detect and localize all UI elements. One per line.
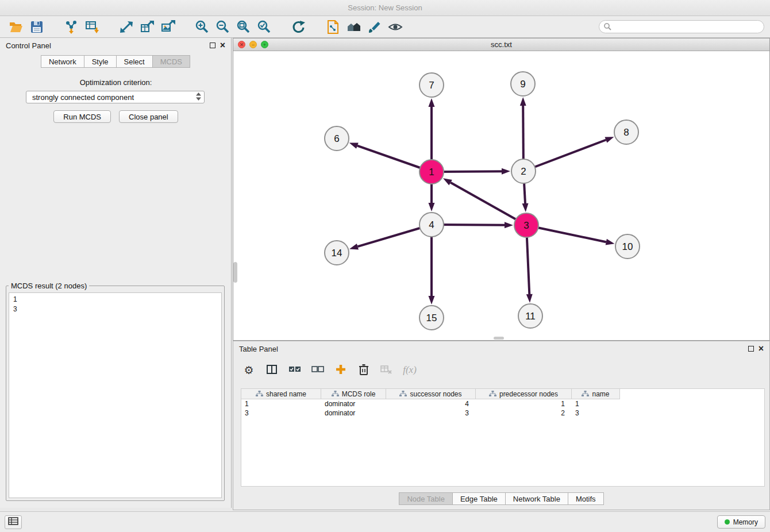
zoom-out-button[interactable]	[213, 18, 233, 36]
tab-network-table[interactable]: Network Table	[506, 492, 568, 505]
zoom-in-button[interactable]	[192, 18, 213, 36]
minimize-window-button[interactable]: −	[249, 41, 257, 48]
graph-node-7[interactable]: 7	[419, 73, 444, 97]
table-panel: Table Panel × ⚙ f(x) shared nameMCDS rol…	[233, 341, 770, 510]
graph-node-9[interactable]: 9	[511, 72, 535, 96]
eye-icon	[388, 20, 403, 34]
column-type-icon	[399, 391, 407, 397]
preferred-layout-button[interactable]	[344, 18, 364, 36]
memory-status-dot	[725, 519, 730, 525]
column-type-icon	[489, 391, 496, 397]
import-table-icon	[84, 20, 99, 34]
column-header-shared-name[interactable]: shared name	[241, 389, 321, 399]
table-cell: 2	[476, 408, 572, 418]
tab-style[interactable]: Style	[84, 55, 117, 68]
tab-edge-table[interactable]: Edge Table	[453, 492, 506, 505]
tab-node-table[interactable]: Node Table	[399, 492, 453, 505]
graph-edge-3-10[interactable]	[526, 225, 615, 245]
search-field-wrap	[599, 20, 764, 33]
vertical-scrollbar-thumb[interactable]	[233, 262, 237, 283]
svg-text:15: 15	[426, 313, 437, 323]
graph-node-4[interactable]: 4	[419, 213, 444, 237]
close-panel-button[interactable]: Close panel	[119, 110, 178, 123]
float-table-panel-icon[interactable]	[748, 346, 754, 352]
control-panel: Control Panel × NetworkStyleSelectMCDS O…	[0, 38, 232, 508]
horizontal-scrollbar-thumb[interactable]	[494, 337, 504, 340]
float-panel-icon[interactable]	[210, 43, 215, 48]
table-cell: 1	[572, 399, 620, 408]
column-type-icon	[256, 391, 263, 397]
column-header-successor-nodes[interactable]: successor nodes	[386, 389, 476, 399]
search-input[interactable]	[599, 20, 764, 33]
tab-motifs[interactable]: Motifs	[568, 492, 604, 505]
zoom-selected-button[interactable]	[254, 18, 275, 36]
style-brush-button[interactable]	[364, 18, 385, 36]
close-window-button[interactable]: ✕	[238, 41, 245, 48]
save-disk-icon	[29, 20, 44, 34]
optimization-label: Optimization criterion:	[0, 78, 232, 87]
zoom-fit-button[interactable]	[233, 18, 254, 36]
mcds-result-line: 1	[13, 295, 217, 304]
table-panel-toggle-button[interactable]	[5, 515, 22, 529]
tab-select[interactable]: Select	[117, 55, 153, 68]
close-table-panel-icon[interactable]: ×	[759, 346, 764, 352]
add-column-button[interactable]	[333, 363, 348, 377]
trash-icon	[358, 363, 369, 377]
maximize-window-button[interactable]: +	[261, 41, 268, 48]
export-network-button[interactable]	[116, 18, 137, 36]
table-cell: 4	[386, 399, 476, 408]
table-settings-button[interactable]: ⚙	[241, 363, 256, 377]
graph-node-14[interactable]: 14	[325, 241, 349, 265]
network-canvas[interactable]: 7968124310141511	[233, 51, 769, 340]
application-window: Session: New Session Control Panel	[0, 0, 770, 532]
graph-node-1[interactable]: 1	[419, 160, 444, 184]
column-header-MCDS-role[interactable]: MCDS role	[321, 389, 386, 399]
svg-text:8: 8	[623, 127, 629, 138]
table-row[interactable]: 3dominator323	[241, 408, 764, 418]
network-window-titlebar[interactable]: ✕ − + scc.txt	[233, 38, 769, 51]
brush-icon	[367, 20, 382, 34]
graph-node-10[interactable]: 10	[615, 234, 640, 259]
import-network-button[interactable]	[61, 18, 82, 36]
import-table-button[interactable]	[82, 18, 102, 36]
refresh-network-button[interactable]	[288, 18, 309, 36]
tab-network[interactable]: Network	[41, 55, 84, 68]
column-header-predecessor-nodes[interactable]: predecessor nodes	[476, 389, 572, 399]
graph-node-15[interactable]: 15	[419, 306, 444, 330]
graph-edge-4-14[interactable]	[349, 225, 432, 250]
graph-edge-3-1[interactable]	[443, 178, 526, 225]
deselect-all-button[interactable]	[310, 363, 325, 377]
mcds-result-list[interactable]: 13	[9, 292, 222, 498]
svg-text:9: 9	[520, 79, 525, 90]
select-all-button[interactable]	[287, 363, 302, 377]
show-hide-button[interactable]	[385, 18, 406, 36]
memory-button[interactable]: Memory	[717, 515, 765, 529]
table-row[interactable]: 1dominator411	[241, 399, 764, 408]
table-cell: 3	[241, 408, 321, 418]
close-panel-icon[interactable]: ×	[220, 43, 225, 48]
run-mcds-button[interactable]: Run MCDS	[53, 110, 111, 123]
column-header-name[interactable]: name	[572, 389, 620, 399]
delete-column-button[interactable]	[356, 363, 371, 377]
mcds-result-line: 3	[13, 304, 217, 314]
tab-mcds[interactable]: MCDS	[153, 55, 190, 68]
show-columns-button[interactable]	[264, 363, 279, 377]
graph-node-3[interactable]: 3	[514, 213, 538, 237]
network-from-clipboard-button[interactable]	[323, 18, 344, 36]
optimization-select[interactable]: strongly connected component	[26, 91, 205, 103]
graph-node-8[interactable]: 8	[614, 120, 638, 144]
graph-edge-1-6[interactable]	[349, 142, 432, 172]
table-body: 1dominator4113dominator323	[241, 399, 764, 418]
table-cell: 1	[241, 399, 321, 408]
status-bar: Memory	[0, 511, 770, 532]
export-table-button[interactable]	[137, 18, 157, 36]
save-session-button[interactable]	[26, 18, 47, 36]
graph-node-6[interactable]: 6	[325, 126, 349, 151]
export-image-button[interactable]	[157, 18, 178, 36]
open-session-button[interactable]	[6, 18, 26, 36]
graph-edge-2-8[interactable]	[523, 137, 614, 171]
dropdown-stepper-icon	[195, 92, 202, 103]
homes-icon	[346, 20, 361, 34]
graph-node-2[interactable]: 2	[511, 159, 536, 183]
graph-node-11[interactable]: 11	[518, 304, 542, 328]
